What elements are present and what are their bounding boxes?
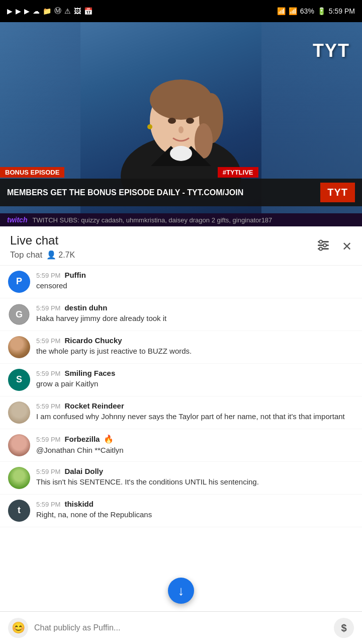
avatar [8, 401, 30, 424]
twitch-bar: twitch TWITCH SUBS: quizzy cadash, uhmmk… [0, 213, 362, 226]
chat-message: 5:59 PM Dalai Dolly This isn't his SENTE… [0, 462, 362, 495]
twitch-logo: twitch [7, 216, 27, 224]
message-meta: 5:59 PM Forbezilla 🔥 [36, 434, 354, 444]
avatar [8, 467, 30, 489]
lower-bar-text: MEMBERS GET THE BONUS EPISODE DAILY - TY… [7, 188, 312, 197]
message-author: Smiling Faces [64, 369, 115, 377]
message-text: grow a pair Kaitlyn [36, 378, 354, 389]
svg-point-9 [147, 124, 152, 129]
message-body: 5:59 PM Dalai Dolly This isn't his SENTE… [36, 467, 354, 487]
avatar: t [8, 500, 30, 522]
file-icon: 📁 [43, 7, 51, 15]
lower-third: BONUS EPISODE #TYTLIVE MEMBERS GET THE B… [0, 167, 362, 206]
live-chat-title: Live chat [10, 233, 75, 248]
message-text: @Jonathan Chin **Caitlyn [36, 445, 354, 455]
message-time: 5:59 PM [36, 468, 60, 475]
warning-icon: ⚠ [64, 7, 71, 15]
bonus-tag: BONUS EPISODE [0, 167, 64, 178]
message-author: destin duhn [64, 303, 107, 312]
chat-panel: Live chat Top chat 👤 2.7K [0, 226, 362, 527]
chat-input-field[interactable] [34, 623, 328, 632]
message-time: 5:59 PM [36, 337, 60, 345]
message-author: thiskidd [64, 500, 94, 508]
message-meta: 5:59 PM Ricardo Chucky [36, 336, 354, 345]
hashtag: #TYTLIVE [218, 167, 258, 178]
svg-point-16 [319, 248, 322, 251]
message-body: 5:59 PM Forbezilla 🔥 @Jonathan Chin **Ca… [36, 434, 354, 455]
status-left: ▶ ▶ ▶ ☁ 📁 Ⓜ ⚠ 🖼 📅 [7, 7, 93, 16]
message-time: 5:59 PM [36, 403, 60, 410]
message-body: 5:59 PM Smiling Faces grow a pair Kaitly… [36, 369, 354, 389]
image-icon: 🖼 [74, 7, 81, 15]
top-chat-row: Top chat 👤 2.7K [10, 250, 75, 260]
wifi-icon: 📶 [277, 7, 286, 15]
message-author: Dalai Dolly [64, 467, 103, 475]
signal-icon: 📶 [289, 7, 297, 15]
viewer-icon: 👤 [46, 250, 56, 260]
message-body: 5:59 PM thiskidd Right, na, none of the … [36, 500, 354, 520]
message-body: 5:59 PM destin duhn Haka harvey jimmy do… [36, 303, 354, 324]
message-text: Haka harvey jimmy dore already took it [36, 313, 354, 324]
chat-messages: P 5:59 PM Puffin censored G 5:59 PM dest… [0, 266, 362, 527]
svg-point-10 [170, 146, 192, 161]
message-body: 5:59 PM Puffin censored [36, 271, 354, 291]
message-author: Ricardo Chucky [64, 336, 122, 345]
svg-text:G: G [16, 309, 23, 319]
chat-message: 5:59 PM Rocket Reindeer I am confused wh… [0, 396, 362, 429]
svg-point-7 [186, 118, 194, 124]
message-author: Puffin [64, 271, 86, 279]
chat-header: Live chat Top chat 👤 2.7K [0, 226, 362, 266]
status-bar: ▶ ▶ ▶ ☁ 📁 Ⓜ ⚠ 🖼 📅 📶 📶 63% 🔋 5:59 PM [0, 0, 362, 22]
tyt-logo: TYT [313, 40, 350, 61]
lower-tyt: TYT [320, 183, 355, 202]
battery-percent: 63% [300, 7, 314, 15]
message-author: Rocket Reindeer [64, 401, 124, 410]
message-text: censored [36, 280, 354, 291]
message-meta: 5:59 PM Rocket Reindeer [36, 401, 354, 410]
cloud-icon: ☁ [33, 7, 40, 15]
viewer-count-value: 2.7K [58, 251, 75, 260]
superchat-button[interactable]: $ [334, 618, 354, 638]
message-body: 5:59 PM Rocket Reindeer I am confused wh… [36, 401, 354, 422]
close-icon[interactable]: ✕ [342, 239, 352, 254]
emoji-icon: 😊 [12, 621, 25, 634]
video-player[interactable]: TYT BONUS EPISODE #TYTLIVE MEMBERS GET T… [0, 22, 362, 226]
svg-point-6 [168, 118, 176, 124]
avatar: P [8, 271, 30, 293]
message-meta: 5:59 PM Smiling Faces [36, 369, 354, 377]
twitch-subs-text: TWITCH SUBS: quizzy cadash, uhmmkristina… [32, 216, 272, 224]
message-body: 5:59 PM Ricardo Chucky the whole party i… [36, 336, 354, 356]
chat-message: G 5:59 PM destin duhn Haka harvey jimmy … [0, 298, 362, 331]
message-time: 5:59 PM [36, 370, 60, 377]
chat-header-right: ✕ [317, 238, 352, 255]
dollar-icon: $ [341, 622, 346, 634]
app-icon-3: ▶ [24, 7, 30, 15]
avatar [8, 434, 30, 456]
message-time: 5:59 PM [36, 501, 60, 508]
message-time: 5:59 PM [36, 304, 60, 312]
avatar: S [8, 369, 30, 391]
message-time: 5:59 PM [36, 436, 60, 443]
calendar-icon: 📅 [84, 7, 93, 15]
chat-message: P 5:59 PM Puffin censored [0, 266, 362, 298]
message-text: I am confused why Johnny never says the … [36, 411, 354, 422]
settings-icon[interactable] [317, 238, 330, 255]
message-meta: 5:59 PM thiskidd [36, 500, 354, 508]
status-right: 📶 📶 63% 🔋 5:59 PM [277, 7, 355, 15]
top-chat-label: Top chat [10, 250, 42, 260]
message-meta: 5:59 PM Dalai Dolly [36, 467, 354, 475]
app-icon-1: ▶ [7, 7, 13, 15]
svg-point-14 [319, 240, 322, 244]
scroll-down-fab[interactable]: ↓ [168, 578, 194, 604]
m-icon: Ⓜ [54, 7, 61, 16]
chat-message: t 5:59 PM thiskidd Right, na, none of th… [0, 495, 362, 527]
chat-input-bar: 😊 $ [0, 611, 362, 644]
emoji-button[interactable]: 😊 [8, 618, 28, 638]
message-emoji: 🔥 [104, 434, 114, 444]
message-author: Forbezilla [64, 435, 100, 443]
svg-point-15 [323, 244, 326, 247]
viewer-count: 👤 2.7K [46, 250, 75, 260]
message-time: 5:59 PM [36, 272, 60, 279]
chat-header-left: Live chat Top chat 👤 2.7K [10, 233, 75, 260]
chat-message: 5:59 PM Ricardo Chucky the whole party i… [0, 331, 362, 364]
